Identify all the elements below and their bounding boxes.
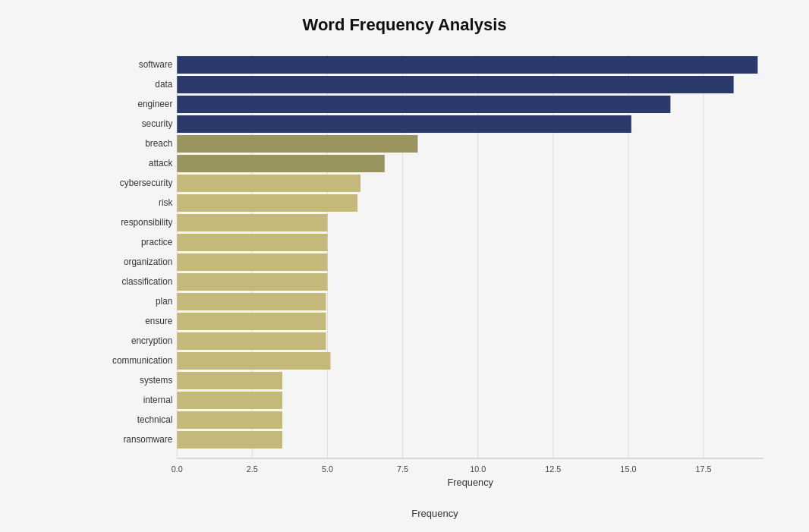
svg-rect-34 [177, 214, 327, 231]
svg-text:software: software [139, 59, 173, 70]
svg-rect-40 [177, 273, 327, 291]
chart-title: Word Frequency Analysis [30, 15, 779, 35]
svg-text:classification: classification [121, 276, 172, 287]
svg-text:communication: communication [112, 355, 172, 366]
svg-text:ensure: ensure [145, 316, 172, 326]
svg-text:17.5: 17.5 [695, 464, 711, 474]
svg-text:risk: risk [159, 197, 172, 208]
svg-rect-42 [177, 293, 326, 310]
svg-text:organization: organization [124, 257, 172, 267]
svg-text:responsibility: responsibility [121, 217, 172, 228]
svg-text:2.5: 2.5 [247, 464, 258, 474]
svg-rect-54 [177, 411, 282, 429]
svg-text:12.5: 12.5 [545, 464, 561, 474]
svg-text:plan: plan [156, 296, 172, 307]
svg-text:engineer: engineer [137, 99, 172, 109]
svg-text:15.0: 15.0 [620, 464, 636, 474]
svg-text:5.0: 5.0 [322, 464, 333, 474]
svg-rect-44 [177, 313, 326, 330]
svg-text:cybersecurity: cybersecurity [120, 178, 173, 188]
svg-rect-26 [177, 135, 417, 153]
svg-text:practice: practice [141, 237, 173, 247]
svg-rect-32 [177, 194, 357, 212]
svg-rect-22 [177, 96, 670, 113]
svg-text:attack: attack [149, 158, 173, 168]
svg-text:0.0: 0.0 [172, 464, 183, 474]
svg-rect-28 [177, 155, 385, 172]
svg-rect-48 [177, 352, 330, 370]
svg-text:data: data [155, 79, 172, 90]
svg-rect-50 [177, 372, 282, 389]
svg-text:security: security [142, 118, 173, 129]
chart-container: Word Frequency Analysis 0.02.55.07.510.0… [0, 0, 809, 532]
svg-rect-18 [177, 56, 757, 74]
svg-rect-36 [177, 234, 327, 251]
svg-text:10.0: 10.0 [470, 464, 486, 474]
svg-text:internal: internal [143, 395, 173, 405]
svg-rect-30 [177, 175, 360, 192]
svg-text:Frequency: Frequency [448, 477, 494, 488]
svg-rect-46 [177, 332, 326, 350]
svg-text:ransomware: ransomware [123, 434, 172, 445]
svg-text:technical: technical [137, 414, 173, 425]
svg-rect-52 [177, 392, 282, 409]
svg-text:breach: breach [145, 138, 172, 149]
x-axis-label: Frequency [411, 508, 458, 519]
svg-text:systems: systems [140, 375, 172, 386]
svg-text:7.5: 7.5 [397, 464, 408, 474]
svg-rect-38 [177, 253, 327, 271]
svg-rect-20 [177, 76, 733, 93]
svg-rect-24 [177, 115, 631, 133]
svg-rect-56 [177, 431, 282, 449]
svg-text:encryption: encryption [131, 335, 172, 346]
